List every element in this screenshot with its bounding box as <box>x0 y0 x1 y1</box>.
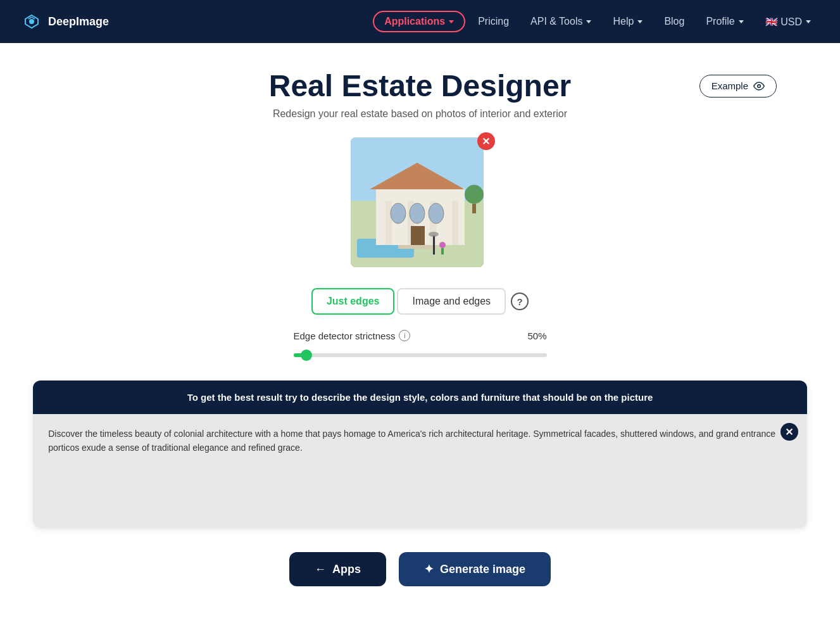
prompt-body: Discover the timeless beauty of colonial… <box>33 414 807 528</box>
svg-rect-8 <box>386 201 392 245</box>
eye-icon <box>753 80 765 92</box>
uploaded-image <box>351 137 484 267</box>
house-image <box>351 137 484 267</box>
logo[interactable]: DeepImage <box>20 10 109 33</box>
slider-label: Edge detector strictness i <box>294 330 411 341</box>
page-subtitle: Redesign your real estate based on photo… <box>273 108 567 120</box>
house-svg <box>351 137 484 267</box>
prompt-container: To get the best result try to describe t… <box>33 381 807 528</box>
prompt-clear-button[interactable]: ✕ <box>780 423 798 441</box>
apps-arrow-icon: ← <box>315 563 326 576</box>
svg-point-13 <box>410 203 425 223</box>
svg-point-14 <box>429 203 444 223</box>
slider-header: Edge detector strictness i 50% <box>294 330 547 341</box>
svg-point-17 <box>465 185 484 204</box>
slider-section: Edge detector strictness i 50% <box>294 330 547 363</box>
svg-point-2 <box>758 84 761 87</box>
logo-icon <box>20 10 43 33</box>
apps-label: Apps <box>332 563 361 576</box>
bottom-buttons: ← Apps ✦ Generate image <box>289 552 551 586</box>
svg-rect-18 <box>472 204 476 213</box>
nav-currency[interactable]: 🇬🇧 USD <box>756 11 820 33</box>
title-area: Real Estate Designer Example <box>13 68 827 103</box>
nav-api-tools[interactable]: API & Tools <box>522 11 600 32</box>
nav-blog[interactable]: Blog <box>655 11 693 32</box>
nav-pricing[interactable]: Pricing <box>469 11 518 32</box>
slider-info-icon[interactable]: i <box>399 330 410 341</box>
nav-applications[interactable]: Applications <box>373 11 465 32</box>
logo-text: DeepImage <box>48 15 109 28</box>
image-and-edges-button[interactable]: Image and edges <box>397 288 506 315</box>
main-content: Real Estate Designer Example Redesign yo… <box>0 43 840 599</box>
chevron-down-icon <box>586 20 591 23</box>
edge-options: Just edges Image and edges ? <box>311 288 529 315</box>
page-title: Real Estate Designer <box>269 68 572 103</box>
just-edges-button[interactable]: Just edges <box>311 288 395 315</box>
svg-point-21 <box>439 242 446 248</box>
prompt-header: To get the best result try to describe t… <box>33 381 807 414</box>
chevron-down-icon <box>739 20 744 23</box>
svg-rect-15 <box>411 226 425 245</box>
svg-point-20 <box>429 232 439 237</box>
apps-button[interactable]: ← Apps <box>289 552 386 586</box>
prompt-text: Discover the timeless beauty of colonial… <box>48 427 792 455</box>
svg-rect-22 <box>441 248 444 255</box>
nav-help[interactable]: Help <box>604 11 651 32</box>
image-upload-area: ✕ <box>351 137 490 270</box>
generate-button[interactable]: ✦ Generate image <box>399 552 551 586</box>
remove-image-button[interactable]: ✕ <box>477 132 495 150</box>
svg-rect-11 <box>452 201 458 245</box>
chevron-down-icon <box>806 20 811 23</box>
svg-point-12 <box>391 203 406 223</box>
chevron-down-icon <box>449 20 454 23</box>
navigation: DeepImage Applications Pricing API & Too… <box>0 0 840 43</box>
generate-icon: ✦ <box>424 562 434 576</box>
svg-rect-19 <box>433 236 435 255</box>
svg-point-1 <box>29 19 34 24</box>
generate-label: Generate image <box>440 563 525 576</box>
nav-profile[interactable]: Profile <box>697 11 752 32</box>
nav-links: Applications Pricing API & Tools Help Bl… <box>373 11 820 33</box>
example-button[interactable]: Example <box>699 75 777 98</box>
edge-help-icon[interactable]: ? <box>511 293 529 310</box>
svg-rect-16 <box>398 245 436 249</box>
chevron-down-icon <box>637 20 643 23</box>
slider-value: 50% <box>527 330 546 341</box>
